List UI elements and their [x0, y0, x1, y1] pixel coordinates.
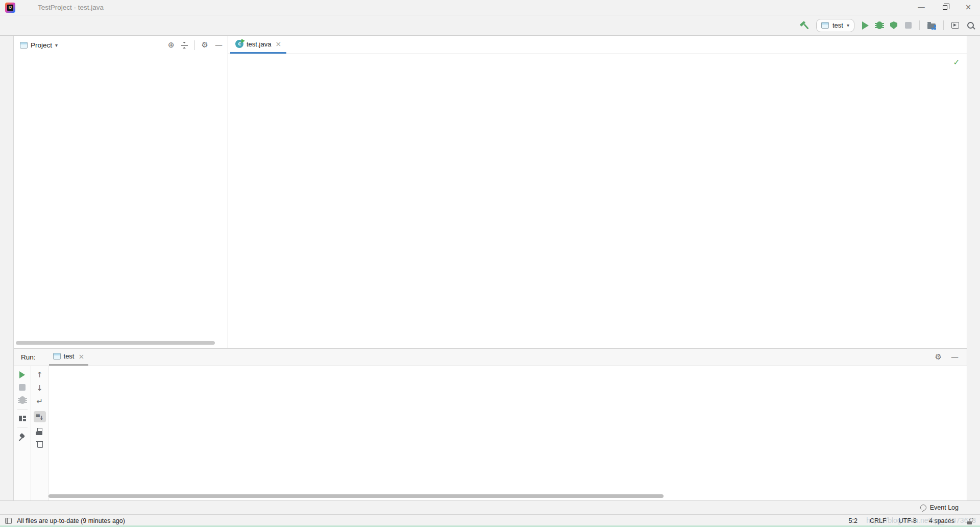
toolbar-divider — [17, 410, 28, 410]
build-project-button[interactable] — [799, 21, 808, 30]
restart-debug-icon-disabled — [19, 396, 26, 404]
right-toolwindow-bar — [967, 36, 980, 500]
toolbar-divider — [919, 20, 920, 30]
select-opened-file-button[interactable]: ⊕ — [168, 41, 175, 49]
gear-icon[interactable]: ⚙ — [935, 353, 942, 361]
down-stack-trace-button[interactable]: ↓ — [36, 385, 43, 392]
project-tree-scrollbar[interactable] — [16, 341, 215, 345]
center-column: Project ▾ ⊕ ⚙ — — [14, 36, 967, 500]
soft-wrap-button[interactable]: ↵ — [36, 398, 43, 405]
hide-panel-button[interactable]: — — [951, 353, 959, 361]
run-configuration-label: test — [832, 21, 843, 29]
hide-panel-button[interactable]: — — [215, 41, 223, 49]
project-tree — [14, 54, 228, 348]
print-button[interactable] — [36, 428, 43, 435]
window-title: TestProject - test.java — [38, 4, 104, 11]
toolwindow-toggle-icon[interactable] — [5, 518, 12, 524]
run-toolbar-primary — [14, 366, 31, 500]
console-scrollbar[interactable] — [48, 494, 664, 498]
scroll-to-end-icon — [35, 413, 44, 421]
run-configuration-select[interactable]: test ▾ — [816, 19, 854, 32]
chevron-down-icon[interactable]: ▾ — [55, 42, 58, 48]
intellij-logo-icon: IJ — [5, 3, 15, 13]
search-everywhere-icon[interactable] — [967, 21, 975, 30]
line-ending[interactable]: CRLF — [870, 517, 887, 524]
workspace: Project ▾ ⊕ ⚙ — — [0, 36, 980, 500]
main-area: Project ▾ ⊕ ⚙ — — [14, 36, 967, 348]
close-button[interactable]: × — [957, 0, 980, 15]
debug-button[interactable] — [876, 21, 883, 29]
left-toolwindow-bar — [0, 36, 14, 500]
event-log-label: Event Log — [930, 504, 959, 511]
run-tab-test[interactable]: test × — [49, 348, 89, 366]
indent-style[interactable]: 4 spaces — [929, 517, 954, 524]
up-stack-trace-button[interactable]: ↑ — [36, 371, 43, 379]
tab-test-java[interactable]: test.java × — [230, 36, 286, 54]
inspections-ok-icon: ✓ — [953, 58, 960, 67]
clear-all-button[interactable] — [36, 441, 43, 448]
event-log-button[interactable]: Event Log — [920, 504, 959, 511]
pin-tab-button[interactable] — [18, 433, 27, 441]
code-editor[interactable]: ✓ — [228, 54, 967, 348]
project-panel-title[interactable]: Project — [31, 41, 52, 49]
toolbar-divider — [943, 20, 944, 30]
titlebar: IJ TestProject - test.java — × — [0, 0, 980, 15]
toolwindow-bottom-bar: Event Log — [0, 500, 980, 514]
status-widgets: 5:2 CRLF UTF-8 4 spaces — [849, 517, 973, 524]
minimize-button[interactable]: — — [910, 0, 933, 15]
tool-window-icon[interactable] — [951, 22, 959, 29]
run-toolbar-console: ↑ ↓ ↵ — [31, 366, 48, 500]
application-icon — [53, 353, 61, 360]
close-icon[interactable]: × — [79, 352, 85, 361]
class-icon — [235, 40, 243, 48]
coverage-button[interactable] — [890, 21, 897, 29]
project-panel-header: Project ▾ ⊕ ⚙ — — [14, 36, 228, 54]
project-panel-tools: ⊕ ⚙ — — [168, 40, 223, 50]
stop-button-disabled — [905, 22, 912, 29]
gear-icon[interactable]: ⚙ — [202, 41, 208, 49]
toolbar-divider — [194, 40, 195, 50]
collapse-all-button[interactable] — [181, 42, 188, 49]
main-toolbar: test ▾ — [799, 19, 975, 32]
close-icon[interactable]: × — [275, 40, 281, 48]
restore-layout-button[interactable] — [19, 416, 26, 421]
balloon-icon — [920, 505, 926, 511]
status-message: All files are up-to-date (9 minutes ago) — [17, 517, 125, 524]
encoding[interactable]: UTF-8 — [899, 517, 917, 524]
project-structure-icon[interactable] — [927, 23, 936, 29]
run-panel-header: Run: test × ⚙ — — [14, 349, 967, 366]
stop-button-disabled — [19, 384, 26, 391]
tab-label: test.java — [247, 40, 271, 48]
rerun-button[interactable] — [19, 371, 25, 378]
run-toolwindow: Run: test × ⚙ — — [14, 348, 967, 500]
run-console[interactable] — [48, 366, 967, 500]
application-icon — [821, 22, 829, 29]
intellij-idea-window: IJ TestProject - test.java — × test ▾ — [0, 0, 980, 527]
run-panel-tools: ⚙ — — [935, 353, 959, 361]
run-tab-label: test — [64, 352, 75, 360]
chevron-down-icon: ▾ — [847, 22, 849, 28]
toolwindow-icon — [20, 42, 28, 49]
editor-area: test.java × ✓ — [228, 36, 967, 348]
run-button[interactable] — [862, 21, 869, 30]
restore-icon — [943, 5, 947, 10]
run-panel-body: ↑ ↓ ↵ — [14, 366, 967, 500]
scroll-to-end-button[interactable] — [34, 411, 46, 422]
window-controls: — × — [910, 0, 980, 15]
restore-button[interactable] — [933, 0, 957, 15]
lock-icon[interactable] — [967, 518, 973, 524]
project-toolwindow: Project ▾ ⊕ ⚙ — — [14, 36, 228, 348]
run-panel-title: Run: — [21, 353, 36, 361]
toolbar-divider — [17, 427, 28, 427]
editor-tabb​ar: test.java × — [228, 36, 967, 54]
caret-position[interactable]: 5:2 — [849, 517, 857, 524]
navigation-bar: test ▾ — [0, 15, 980, 36]
